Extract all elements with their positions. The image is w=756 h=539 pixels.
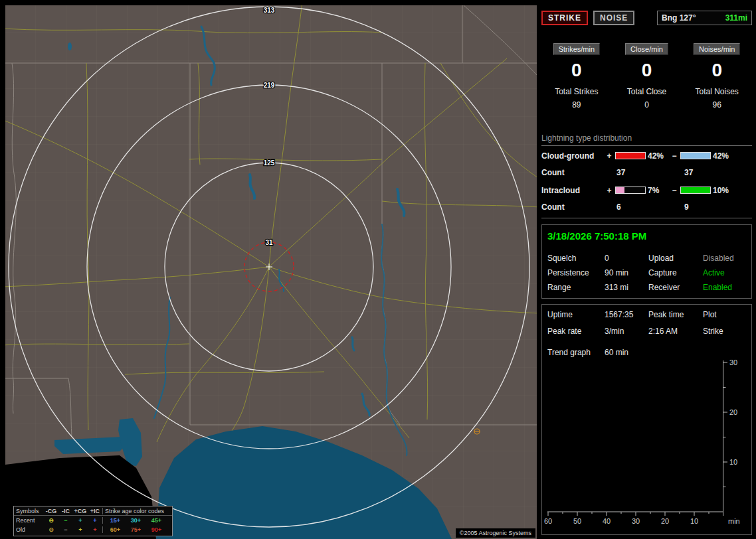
bearing-distance: 311mi: [725, 13, 747, 23]
age-code: 15+: [105, 517, 126, 524]
total-close-value: 0: [612, 100, 682, 110]
legend-symbols-header: Symbols: [16, 508, 44, 514]
strikes-per-min-value: 0: [541, 59, 612, 82]
pos-ic-old-icon: +: [88, 526, 102, 533]
legend-col-pos-ic: +IC: [88, 508, 102, 514]
peak-rate-value: 3/min: [605, 327, 648, 336]
strike-mode-button[interactable]: STRIKE: [541, 11, 588, 25]
x-tick: 40: [603, 517, 611, 525]
mode-button-row: STRIKE NOISE Bng 127° 311mi: [541, 11, 752, 25]
minus-sign: −: [670, 151, 678, 161]
sidebar: STRIKE NOISE Bng 127° 311mi Strikes/min …: [541, 5, 752, 539]
noise-mode-button[interactable]: NOISE: [593, 11, 634, 25]
receiver-label: Receiver: [648, 283, 703, 292]
count-label: Count: [541, 202, 605, 212]
plot-label: Plot: [703, 310, 751, 319]
count-label: Count: [541, 168, 605, 177]
age-code: 45+: [146, 517, 167, 524]
y-tick: 30: [729, 358, 737, 366]
persistence-value: 90 min: [605, 268, 648, 277]
ic-positive-count: 6: [616, 202, 684, 212]
age-code: 30+: [126, 517, 146, 524]
peak-time-label: Peak time: [648, 310, 703, 319]
intracloud-count-row: Count 6 9: [541, 198, 752, 215]
neg-ic-recent-icon: −: [58, 517, 73, 524]
neg-ic-old-icon: −: [58, 526, 73, 533]
range-ring-label: 219: [264, 82, 275, 89]
strikes-per-min-chip: Strikes/min: [553, 43, 600, 55]
total-noises-value: 96: [682, 100, 752, 110]
uptime-value: 1567:35: [605, 310, 648, 319]
trend-graph-chart: 30 20 10 60 50 40 30 20 10 min: [542, 305, 753, 534]
distribution-title: Lightning type distribution: [541, 133, 752, 143]
total-close-label: Total Close: [612, 87, 682, 96]
range-label: Range: [547, 283, 605, 292]
map-canvas: 313 219 125 31: [5, 5, 537, 539]
rate-counters: Strikes/min 0 Total Strikes 89 Close/min…: [541, 43, 752, 110]
copyright-text: ©2005 Astrogenic Systems: [456, 528, 535, 538]
intracloud-label: Intracloud: [541, 186, 605, 195]
noises-per-min-value: 0: [682, 59, 752, 82]
upload-label: Upload: [648, 254, 703, 263]
plus-sign: +: [605, 186, 613, 195]
x-unit-label: min: [728, 517, 740, 525]
small-lake: [68, 42, 72, 50]
range-ring-label: 313: [264, 7, 275, 14]
chart-tick-labels: 30 20 10 60 50 40 30 20 10 min: [544, 358, 740, 525]
total-strikes-value: 89: [541, 100, 612, 110]
capture-label: Capture: [648, 268, 703, 277]
divider: [541, 218, 752, 218]
peak-time-value: 2:16 AM: [648, 327, 703, 336]
legend-col-neg-ic: -IC: [58, 508, 73, 514]
neg-cg-recent-icon: ⊖: [44, 517, 58, 524]
close-counter: Close/min 0 Total Close 0: [612, 43, 682, 110]
current-datetime: 3/18/2026 7:50:18 PM: [547, 230, 751, 242]
squelch-label: Squelch: [547, 254, 605, 263]
close-per-min-value: 0: [612, 59, 682, 82]
stats-panel: Uptime 1567:35 Peak time Plot Peak rate …: [541, 304, 752, 535]
intracloud-row: Intracloud + 7% − 10%: [541, 182, 752, 198]
y-tick: 10: [729, 458, 737, 466]
strikes-counter: Strikes/min 0 Total Strikes 89: [541, 43, 612, 110]
cg-negative-count: 37: [684, 168, 693, 177]
age-code: 75+: [126, 526, 146, 533]
cg-positive-count: 37: [616, 168, 684, 177]
pos-cg-old-icon: +: [73, 526, 88, 533]
trend-graph-value: 60 min: [605, 348, 751, 357]
cg-negative-pct: 42%: [713, 151, 735, 161]
noises-counter: Noises/min 0 Total Noises 96: [682, 43, 752, 110]
x-tick: 10: [690, 517, 698, 525]
cg-negative-bar: [680, 152, 711, 159]
x-tick: 20: [661, 517, 669, 525]
legend-age-header: Strike age color codes: [105, 508, 164, 514]
minus-sign: −: [670, 186, 678, 195]
noises-per-min-chip: Noises/min: [694, 43, 740, 55]
x-tick: 50: [573, 517, 581, 525]
lightning-map[interactable]: 313 219 125 31 Symbols -CG -IC +CG +IC S…: [5, 5, 537, 539]
pos-ic-recent-icon: +: [88, 517, 102, 524]
uptime-label: Uptime: [547, 310, 605, 319]
chart-axes: [547, 360, 727, 516]
cloud-ground-count-row: Count 37 37: [541, 164, 752, 181]
peak-rate-label: Peak rate: [547, 327, 605, 336]
capture-status: Active: [703, 268, 751, 277]
cg-positive-bar: [615, 152, 646, 159]
x-tick: 30: [632, 517, 640, 525]
range-ring-label: 125: [264, 159, 275, 167]
cloud-ground-label: Cloud-ground: [541, 151, 605, 161]
total-strikes-label: Total Strikes: [541, 87, 612, 96]
legend-row-label: Recent: [16, 517, 44, 524]
upload-status: Disabled: [703, 254, 751, 263]
receiver-status: Enabled: [703, 283, 751, 292]
trend-graph-label: Trend graph: [547, 348, 605, 357]
ic-negative-pct: 10%: [713, 186, 735, 195]
x-tick: 60: [544, 517, 552, 525]
plot-value: Strike: [703, 327, 751, 336]
range-value: 313 mi: [605, 283, 648, 292]
ic-positive-bar: [615, 187, 646, 194]
age-code: 90+: [146, 526, 167, 533]
squelch-value: 0: [605, 254, 648, 263]
divider: [541, 145, 752, 146]
legend-row-label: Old: [16, 526, 44, 533]
status-panel: 3/18/2026 7:50:18 PM Squelch 0 Upload Di…: [541, 224, 752, 299]
